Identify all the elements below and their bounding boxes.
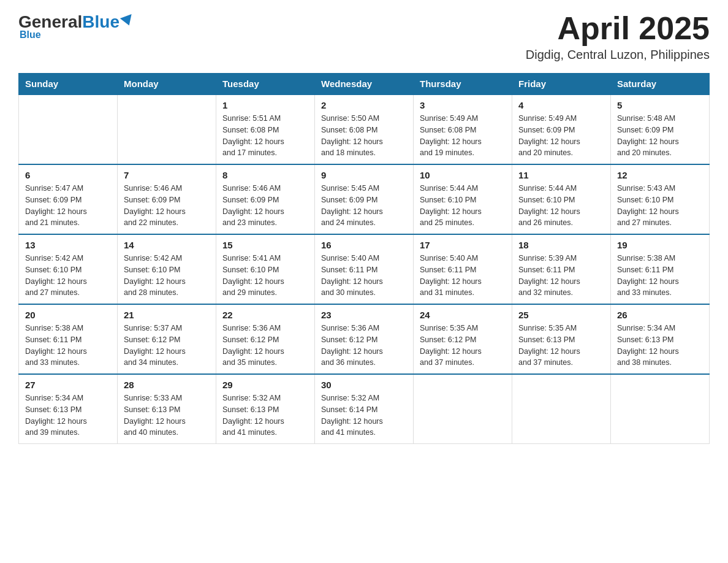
calendar-cell: 21Sunrise: 5:37 AM Sunset: 6:12 PM Dayli… (118, 304, 216, 374)
logo-underline: Blue (20, 29, 41, 40)
calendar-cell: 30Sunrise: 5:32 AM Sunset: 6:14 PM Dayli… (315, 374, 414, 444)
day-info: Sunrise: 5:32 AM Sunset: 6:14 PM Dayligh… (321, 393, 407, 439)
day-number: 3 (420, 100, 506, 110)
day-info: Sunrise: 5:33 AM Sunset: 6:13 PM Dayligh… (124, 393, 210, 439)
day-number: 17 (420, 240, 506, 250)
day-info: Sunrise: 5:49 AM Sunset: 6:08 PM Dayligh… (420, 113, 506, 159)
day-info: Sunrise: 5:42 AM Sunset: 6:10 PM Dayligh… (124, 253, 210, 299)
calendar-week-row: 6Sunrise: 5:47 AM Sunset: 6:09 PM Daylig… (19, 164, 710, 234)
page-header: GeneralBlue Blue April 2025 Digdig, Cent… (18, 12, 710, 62)
calendar-cell: 10Sunrise: 5:44 AM Sunset: 6:10 PM Dayli… (414, 164, 512, 234)
day-info: Sunrise: 5:40 AM Sunset: 6:11 PM Dayligh… (420, 253, 506, 299)
day-number: 10 (420, 170, 506, 180)
day-info: Sunrise: 5:51 AM Sunset: 6:08 PM Dayligh… (222, 113, 308, 159)
calendar-cell: 25Sunrise: 5:35 AM Sunset: 6:13 PM Dayli… (512, 304, 611, 374)
day-info: Sunrise: 5:49 AM Sunset: 6:09 PM Dayligh… (518, 113, 604, 159)
calendar-cell: 8Sunrise: 5:46 AM Sunset: 6:09 PM Daylig… (216, 164, 315, 234)
day-number: 29 (222, 380, 308, 390)
day-number: 8 (222, 170, 308, 180)
day-number: 7 (124, 170, 210, 180)
day-info: Sunrise: 5:35 AM Sunset: 6:12 PM Dayligh… (420, 323, 506, 369)
calendar-cell: 20Sunrise: 5:38 AM Sunset: 6:11 PM Dayli… (19, 304, 118, 374)
calendar-cell: 11Sunrise: 5:44 AM Sunset: 6:10 PM Dayli… (512, 164, 611, 234)
calendar-cell: 27Sunrise: 5:34 AM Sunset: 6:13 PM Dayli… (19, 374, 118, 444)
calendar-body: 1Sunrise: 5:51 AM Sunset: 6:08 PM Daylig… (19, 94, 710, 444)
calendar-cell: 24Sunrise: 5:35 AM Sunset: 6:12 PM Dayli… (414, 304, 512, 374)
calendar-cell: 13Sunrise: 5:42 AM Sunset: 6:10 PM Dayli… (19, 234, 118, 304)
day-number: 11 (518, 170, 604, 180)
day-number: 15 (222, 240, 308, 250)
day-number: 22 (222, 310, 308, 320)
day-info: Sunrise: 5:38 AM Sunset: 6:11 PM Dayligh… (617, 253, 703, 299)
day-number: 5 (617, 100, 703, 110)
calendar-cell: 1Sunrise: 5:51 AM Sunset: 6:08 PM Daylig… (216, 94, 315, 164)
day-number: 14 (124, 240, 210, 250)
calendar-cell: 22Sunrise: 5:36 AM Sunset: 6:12 PM Dayli… (216, 304, 315, 374)
day-number: 6 (25, 170, 111, 180)
col-saturday: Saturday (611, 74, 710, 95)
day-info: Sunrise: 5:40 AM Sunset: 6:11 PM Dayligh… (321, 253, 407, 299)
day-number: 16 (321, 240, 407, 250)
col-friday: Friday (512, 74, 611, 95)
calendar-week-row: 27Sunrise: 5:34 AM Sunset: 6:13 PM Dayli… (19, 374, 710, 444)
day-info: Sunrise: 5:37 AM Sunset: 6:12 PM Dayligh… (124, 323, 210, 369)
calendar-cell (512, 374, 611, 444)
calendar-cell: 29Sunrise: 5:32 AM Sunset: 6:13 PM Dayli… (216, 374, 315, 444)
day-number: 19 (617, 240, 703, 250)
calendar-table: Sunday Monday Tuesday Wednesday Thursday… (18, 73, 710, 444)
day-number: 20 (25, 310, 111, 320)
day-info: Sunrise: 5:42 AM Sunset: 6:10 PM Dayligh… (25, 253, 111, 299)
day-info: Sunrise: 5:32 AM Sunset: 6:13 PM Dayligh… (222, 393, 308, 439)
calendar-cell: 4Sunrise: 5:49 AM Sunset: 6:09 PM Daylig… (512, 94, 611, 164)
calendar-week-row: 1Sunrise: 5:51 AM Sunset: 6:08 PM Daylig… (19, 94, 710, 164)
day-info: Sunrise: 5:36 AM Sunset: 6:12 PM Dayligh… (321, 323, 407, 369)
day-info: Sunrise: 5:44 AM Sunset: 6:10 PM Dayligh… (518, 183, 604, 229)
day-info: Sunrise: 5:43 AM Sunset: 6:10 PM Dayligh… (617, 183, 703, 229)
day-number: 30 (321, 380, 407, 390)
day-number: 1 (222, 100, 308, 110)
calendar-cell: 28Sunrise: 5:33 AM Sunset: 6:13 PM Dayli… (118, 374, 216, 444)
day-number: 25 (518, 310, 604, 320)
calendar-cell: 5Sunrise: 5:48 AM Sunset: 6:09 PM Daylig… (611, 94, 710, 164)
calendar-cell (611, 374, 710, 444)
col-sunday: Sunday (19, 74, 118, 95)
day-number: 21 (124, 310, 210, 320)
col-wednesday: Wednesday (315, 74, 414, 95)
day-info: Sunrise: 5:47 AM Sunset: 6:09 PM Dayligh… (25, 183, 111, 229)
day-number: 9 (321, 170, 407, 180)
day-info: Sunrise: 5:44 AM Sunset: 6:10 PM Dayligh… (420, 183, 506, 229)
col-monday: Monday (118, 74, 216, 95)
day-number: 13 (25, 240, 111, 250)
day-info: Sunrise: 5:41 AM Sunset: 6:10 PM Dayligh… (222, 253, 308, 299)
calendar-cell: 26Sunrise: 5:34 AM Sunset: 6:13 PM Dayli… (611, 304, 710, 374)
day-number: 27 (25, 380, 111, 390)
day-info: Sunrise: 5:34 AM Sunset: 6:13 PM Dayligh… (617, 323, 703, 369)
day-number: 24 (420, 310, 506, 320)
calendar-cell: 3Sunrise: 5:49 AM Sunset: 6:08 PM Daylig… (414, 94, 512, 164)
day-info: Sunrise: 5:50 AM Sunset: 6:08 PM Dayligh… (321, 113, 407, 159)
day-info: Sunrise: 5:35 AM Sunset: 6:13 PM Dayligh… (518, 323, 604, 369)
day-number: 12 (617, 170, 703, 180)
day-number: 28 (124, 380, 210, 390)
col-tuesday: Tuesday (216, 74, 315, 95)
calendar-week-row: 13Sunrise: 5:42 AM Sunset: 6:10 PM Dayli… (19, 234, 710, 304)
day-number: 26 (617, 310, 703, 320)
col-thursday: Thursday (414, 74, 512, 95)
calendar-cell: 19Sunrise: 5:38 AM Sunset: 6:11 PM Dayli… (611, 234, 710, 304)
calendar-cell: 14Sunrise: 5:42 AM Sunset: 6:10 PM Dayli… (118, 234, 216, 304)
logo: GeneralBlue Blue (18, 12, 134, 40)
calendar-cell: 7Sunrise: 5:46 AM Sunset: 6:09 PM Daylig… (118, 164, 216, 234)
logo-blue-text: Blue (82, 12, 119, 32)
calendar-cell: 9Sunrise: 5:45 AM Sunset: 6:09 PM Daylig… (315, 164, 414, 234)
calendar-cell: 16Sunrise: 5:40 AM Sunset: 6:11 PM Dayli… (315, 234, 414, 304)
title-block: April 2025 Digdig, Central Luzon, Philip… (526, 12, 710, 62)
calendar-header: Sunday Monday Tuesday Wednesday Thursday… (19, 74, 710, 95)
header-row: Sunday Monday Tuesday Wednesday Thursday… (19, 74, 710, 95)
calendar-cell: 15Sunrise: 5:41 AM Sunset: 6:10 PM Dayli… (216, 234, 315, 304)
day-number: 2 (321, 100, 407, 110)
logo-triangle-icon (120, 14, 135, 28)
day-info: Sunrise: 5:36 AM Sunset: 6:12 PM Dayligh… (222, 323, 308, 369)
day-info: Sunrise: 5:46 AM Sunset: 6:09 PM Dayligh… (222, 183, 308, 229)
calendar-cell (19, 94, 118, 164)
day-info: Sunrise: 5:46 AM Sunset: 6:09 PM Dayligh… (124, 183, 210, 229)
